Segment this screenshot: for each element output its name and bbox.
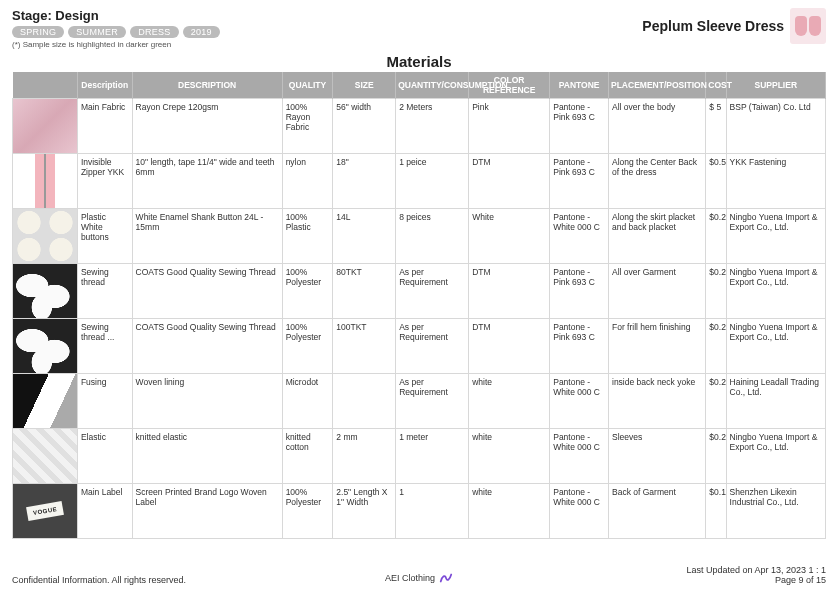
- cell-desc2: 10" length, tape 11/4" wide and teeth 6m…: [132, 154, 282, 209]
- cell-size: 100TKT: [333, 319, 396, 374]
- header-left: Stage: Design SPRING SUMMER DRESS 2019 (…: [12, 8, 220, 49]
- cell-placement: Back of Garment: [609, 484, 706, 539]
- cell-color: Pink: [469, 99, 550, 154]
- materials-table: Description DESCRIPTION QUALITY SIZE QUA…: [12, 72, 826, 539]
- last-updated: Last Updated on Apr 13, 2023 1 : 1: [686, 565, 826, 575]
- cell-quality: knitted cotton: [282, 429, 333, 484]
- cell-size: 56" width: [333, 99, 396, 154]
- cell-size: [333, 374, 396, 429]
- confidential-text: Confidential Information. All rights res…: [12, 575, 186, 585]
- cell-cost: $0.25: [706, 319, 726, 374]
- material-swatch: [13, 374, 78, 429]
- material-swatch: [13, 484, 78, 539]
- col-placement: PLACEMENT/POSITION: [609, 72, 706, 99]
- cell-desc1: Main Label: [77, 484, 132, 539]
- cell-cost: $0.5: [706, 154, 726, 209]
- cell-pantone: Pantone - Pink 693 C: [550, 154, 609, 209]
- header-right: Peplum Sleeve Dress: [642, 8, 826, 44]
- cell-qty: 1 peice: [396, 154, 469, 209]
- cell-quality: 100% Polyester: [282, 484, 333, 539]
- cell-placement: inside back neck yoke: [609, 374, 706, 429]
- sample-size-note: (*) Sample size is highlighted in darker…: [12, 40, 220, 49]
- col-cost: COST: [706, 72, 726, 99]
- cell-desc2: Screen Printed Brand Logo Woven Label: [132, 484, 282, 539]
- cell-size: 2 mm: [333, 429, 396, 484]
- cell-quality: 100% Polyester: [282, 319, 333, 374]
- cell-cost: $0.25: [706, 374, 726, 429]
- cell-desc2: Woven lining: [132, 374, 282, 429]
- table-row: Sewing thread ...COATS Good Quality Sewi…: [13, 319, 826, 374]
- cell-desc2: knitted elastic: [132, 429, 282, 484]
- product-title: Peplum Sleeve Dress: [642, 18, 784, 34]
- cell-pantone: Pantone - White 000 C: [550, 209, 609, 264]
- tag-row: SPRING SUMMER DRESS 2019: [12, 26, 220, 38]
- cell-pantone: Pantone - White 000 C: [550, 429, 609, 484]
- cell-size: 18": [333, 154, 396, 209]
- cell-quality: 100% Polyester: [282, 264, 333, 319]
- page-header: Stage: Design SPRING SUMMER DRESS 2019 (…: [12, 8, 826, 49]
- cell-placement: Along the skirt placket and back placket: [609, 209, 706, 264]
- footer-brand: AEI Clothing: [385, 571, 453, 585]
- cell-placement: For frill hem finishing: [609, 319, 706, 374]
- tag-2019: 2019: [183, 26, 220, 38]
- cell-supplier: Ningbo Yuena Import & Export Co., Ltd.: [726, 209, 825, 264]
- tag-summer: SUMMER: [68, 26, 126, 38]
- table-row: Plastic White buttonsWhite Enamel Shank …: [13, 209, 826, 264]
- material-swatch: [13, 209, 78, 264]
- cell-qty: As per Requirement: [396, 319, 469, 374]
- cell-placement: All over the body: [609, 99, 706, 154]
- cell-pantone: Pantone - White 000 C: [550, 374, 609, 429]
- cell-quality: nylon: [282, 154, 333, 209]
- cell-size: 14L: [333, 209, 396, 264]
- cell-quality: 100% Plastic: [282, 209, 333, 264]
- cell-pantone: Pantone - Pink 693 C: [550, 319, 609, 374]
- cell-color: white: [469, 429, 550, 484]
- cell-pantone: Pantone - Pink 693 C: [550, 99, 609, 154]
- table-row: Invisible Zipper YKK10" length, tape 11/…: [13, 154, 826, 209]
- product-thumbnail: [790, 8, 826, 44]
- cell-desc1: Plastic White buttons: [77, 209, 132, 264]
- cell-desc2: COATS Good Quality Sewing Thread: [132, 319, 282, 374]
- cell-color: DTM: [469, 264, 550, 319]
- table-row: FusingWoven liningMicrodotAs per Require…: [13, 374, 826, 429]
- brand-logo-icon: [439, 571, 453, 585]
- cell-pantone: Pantone - White 000 C: [550, 484, 609, 539]
- cell-size: 80TKT: [333, 264, 396, 319]
- tech-pack-page: Stage: Design SPRING SUMMER DRESS 2019 (…: [0, 0, 838, 595]
- cell-desc2: COATS Good Quality Sewing Thread: [132, 264, 282, 319]
- page-footer: Confidential Information. All rights res…: [12, 565, 826, 585]
- col-size: SIZE: [333, 72, 396, 99]
- section-title: Materials: [12, 53, 826, 70]
- col-quantity: QUANTITY/CONSUMPTION: [396, 72, 469, 99]
- cell-desc1: Invisible Zipper YKK: [77, 154, 132, 209]
- cell-placement: Sleeves: [609, 429, 706, 484]
- material-swatch: [13, 154, 78, 209]
- cell-supplier: BSP (Taiwan) Co. Ltd: [726, 99, 825, 154]
- cell-qty: As per Requirement: [396, 264, 469, 319]
- cell-supplier: YKK Fastening: [726, 154, 825, 209]
- cell-supplier: Shenzhen Likexin Industrial Co., Ltd.: [726, 484, 825, 539]
- cell-supplier: Ningbo Yuena Import & Export Co., Ltd.: [726, 319, 825, 374]
- cell-cost: $ 5: [706, 99, 726, 154]
- cell-qty: 8 peices: [396, 209, 469, 264]
- material-swatch: [13, 319, 78, 374]
- footer-meta: Last Updated on Apr 13, 2023 1 : 1 Page …: [686, 565, 826, 585]
- table-row: Main FabricRayon Crepe 120gsm100% Rayon …: [13, 99, 826, 154]
- stage-label: Stage:: [12, 8, 52, 23]
- cell-qty: 1 meter: [396, 429, 469, 484]
- cell-pantone: Pantone - Pink 693 C: [550, 264, 609, 319]
- cell-cost: $0.25: [706, 264, 726, 319]
- cell-cost: $0.25: [706, 429, 726, 484]
- cell-qty: 1: [396, 484, 469, 539]
- cell-desc1: Elastic: [77, 429, 132, 484]
- cell-desc2: Rayon Crepe 120gsm: [132, 99, 282, 154]
- tag-spring: SPRING: [12, 26, 64, 38]
- brand-name: AEI Clothing: [385, 573, 435, 583]
- cell-desc1: Sewing thread ...: [77, 319, 132, 374]
- col-image: [13, 72, 78, 99]
- cell-size: 2.5" Length X 1" Width: [333, 484, 396, 539]
- cell-supplier: Ningbo Yuena Import & Export Co., Ltd.: [726, 264, 825, 319]
- col-quality: QUALITY: [282, 72, 333, 99]
- cell-desc1: Fusing: [77, 374, 132, 429]
- table-body: Main FabricRayon Crepe 120gsm100% Rayon …: [13, 99, 826, 539]
